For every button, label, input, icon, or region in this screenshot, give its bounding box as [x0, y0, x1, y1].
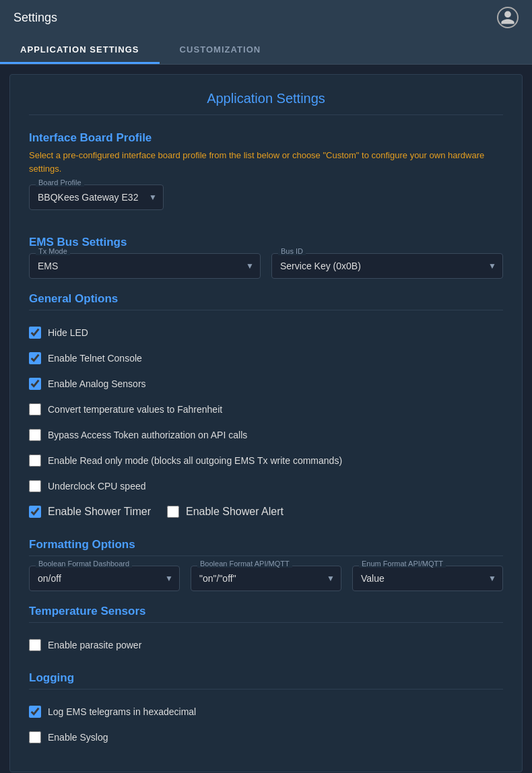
- shower-alert-checkbox[interactable]: [167, 506, 179, 518]
- formatting-options-divider: [29, 556, 503, 556]
- bypass-token-label: Bypass Access Token authorization on API…: [48, 430, 247, 440]
- bus-id-field: Bus ID Service Key (0x0B) 0x00 0x01 ▼: [271, 253, 503, 279]
- ems-bus-row: Tx Mode EMS HardBreak Polling ▼ Bus ID S…: [29, 253, 503, 279]
- shower-timer-checkbox[interactable]: [29, 506, 41, 518]
- logging-section: Logging Log EMS telegrams in hexadecimal…: [29, 671, 503, 750]
- read-only-checkbox[interactable]: [29, 455, 41, 467]
- general-options-heading: General Options: [29, 292, 503, 306]
- header-title: Settings: [13, 11, 57, 25]
- user-avatar-icon[interactable]: [497, 7, 519, 28]
- parasite-power-label: Enable parasite power: [48, 640, 141, 650]
- analog-sensors-label: Enable Analog Sensors: [48, 378, 146, 389]
- checkbox-parasite-power: Enable parasite power: [29, 632, 503, 658]
- telnet-console-label: Enable Telnet Console: [48, 353, 142, 364]
- enum-api-label: Enum Format API/MQTT: [359, 560, 446, 568]
- analog-sensors-checkbox[interactable]: [29, 378, 41, 390]
- logging-heading: Logging: [29, 671, 503, 685]
- checkbox-hide-led: Hide LED: [29, 320, 503, 345]
- formatting-options-section: Formatting Options Boolean Format Dashbo…: [29, 538, 503, 591]
- log-hex-label: Log EMS telegrams in hexadecimal: [48, 706, 196, 717]
- tabs-bar: APPLICATION SETTINGS CUSTOMIZATION: [0, 35, 532, 65]
- checkbox-log-hex: Log EMS telegrams in hexadecimal: [29, 699, 503, 725]
- shower-row: Enable Shower Timer Enable Shower Alert: [29, 499, 503, 525]
- syslog-label: Enable Syslog: [48, 732, 108, 743]
- enum-api-select[interactable]: Value Index Uppercase: [352, 566, 503, 591]
- shower-alert-label: Enable Shower Alert: [186, 506, 284, 518]
- checkbox-read-only: Enable Read only mode (blocks all outgoi…: [29, 448, 503, 473]
- boolean-api-label: Boolean Format API/MQTT: [197, 560, 292, 568]
- tx-mode-field: Tx Mode EMS HardBreak Polling ▼: [29, 253, 261, 279]
- tx-mode-select[interactable]: EMS HardBreak Polling: [29, 253, 261, 279]
- checkbox-syslog: Enable Syslog: [29, 725, 503, 750]
- interface-board-section: Interface Board Profile Select a pre-con…: [29, 131, 503, 222]
- shower-timer-label: Enable Shower Timer: [48, 506, 151, 518]
- fahrenheit-label: Convert temperature values to Fahrenheit: [48, 404, 222, 415]
- bus-id-select[interactable]: Service Key (0x0B) 0x00 0x01: [271, 253, 503, 279]
- bus-id-label: Bus ID: [278, 247, 306, 255]
- general-options-section: General Options Hide LED Enable Telnet C…: [29, 292, 503, 525]
- main-content: Application Settings Interface Board Pro…: [9, 74, 523, 772]
- tx-mode-label: Tx Mode: [36, 247, 70, 255]
- checkbox-analog: Enable Analog Sensors: [29, 371, 503, 397]
- telnet-console-checkbox[interactable]: [29, 352, 41, 364]
- temperature-sensors-divider: [29, 622, 503, 623]
- general-options-divider: [29, 310, 503, 310]
- board-profile-select[interactable]: BBQKees Gateway E32 Custom: [29, 184, 164, 210]
- board-profile-label: Board Profile: [36, 178, 84, 187]
- shower-timer-group: Enable Shower Timer: [29, 506, 151, 518]
- interface-board-heading: Interface Board Profile: [29, 131, 503, 145]
- checkbox-bypass-token: Bypass Access Token authorization on API…: [29, 422, 503, 448]
- boolean-dashboard-label: Boolean Format Dashboard: [36, 560, 132, 568]
- header: Settings: [0, 0, 532, 35]
- log-hex-checkbox[interactable]: [29, 706, 41, 718]
- logging-divider: [29, 689, 503, 690]
- page-title: Application Settings: [29, 91, 503, 115]
- bypass-token-checkbox[interactable]: [29, 429, 41, 441]
- tab-customization[interactable]: CUSTOMIZATION: [160, 35, 281, 64]
- boolean-api-field: Boolean Format API/MQTT "on"/"off" true/…: [191, 566, 341, 591]
- fahrenheit-checkbox[interactable]: [29, 403, 41, 415]
- hide-led-checkbox[interactable]: [29, 327, 41, 339]
- underclock-label: Underclock CPU speed: [48, 481, 146, 492]
- tab-application-settings[interactable]: APPLICATION SETTINGS: [0, 35, 160, 64]
- read-only-label: Enable Read only mode (blocks all outgoi…: [48, 455, 342, 466]
- parasite-power-checkbox[interactable]: [29, 639, 41, 651]
- boolean-dashboard-select[interactable]: on/off true/false 1/0 ON/OFF: [29, 566, 180, 591]
- interface-board-description: Select a pre-configured interface board …: [29, 149, 503, 175]
- syslog-checkbox[interactable]: [29, 731, 41, 743]
- formatting-selects-row: Boolean Format Dashboard on/off true/fal…: [29, 566, 503, 591]
- checkbox-fahrenheit: Convert temperature values to Fahrenheit: [29, 397, 503, 422]
- underclock-checkbox[interactable]: [29, 480, 41, 492]
- ems-bus-section: EMS Bus Settings Tx Mode EMS HardBreak P…: [29, 236, 503, 279]
- temperature-sensors-section: Temperature Sensors Enable parasite powe…: [29, 605, 503, 658]
- ems-bus-heading: EMS Bus Settings: [29, 236, 503, 249]
- shower-alert-group: Enable Shower Alert: [167, 506, 284, 518]
- checkbox-underclock: Underclock CPU speed: [29, 473, 503, 499]
- hide-led-label: Hide LED: [48, 327, 88, 338]
- checkbox-telnet: Enable Telnet Console: [29, 345, 503, 371]
- board-profile-field: Board Profile BBQKees Gateway E32 Custom…: [29, 184, 164, 210]
- boolean-api-select[interactable]: "on"/"off" true/false 1/0: [191, 566, 341, 591]
- formatting-options-heading: Formatting Options: [29, 538, 503, 551]
- enum-api-field: Enum Format API/MQTT Value Index Upperca…: [352, 566, 503, 591]
- boolean-dashboard-field: Boolean Format Dashboard on/off true/fal…: [29, 566, 180, 591]
- temperature-sensors-heading: Temperature Sensors: [29, 605, 503, 618]
